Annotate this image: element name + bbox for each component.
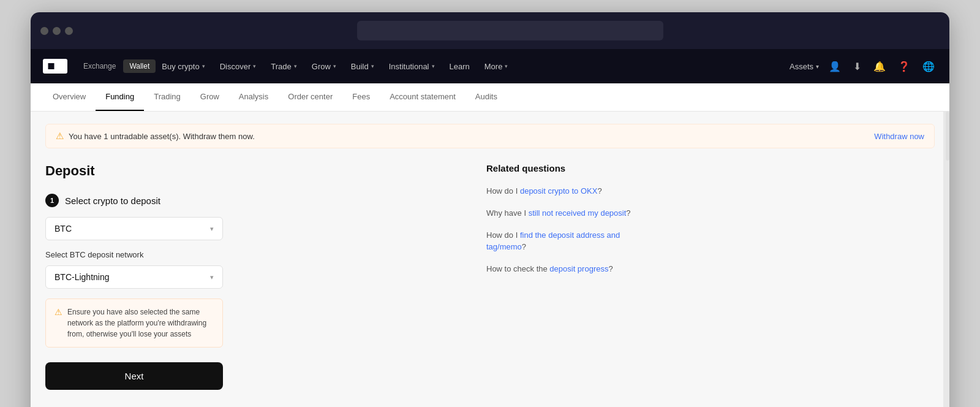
browser-dot-red bbox=[40, 27, 48, 35]
nav-institutional[interactable]: Institutional ▾ bbox=[383, 58, 441, 75]
svg-rect-2 bbox=[48, 63, 55, 69]
alert-message: ⚠ You have 1 untradable asset(s). Withdr… bbox=[56, 131, 255, 142]
scrollbar-thumb[interactable] bbox=[946, 112, 949, 161]
step1-section: 1 Select crypto to deposit BTC ▾ Select … bbox=[45, 194, 462, 405]
step1-badge: 1 bbox=[45, 194, 59, 207]
nav-trade[interactable]: Trade ▾ bbox=[265, 58, 303, 75]
next-button[interactable]: Next bbox=[45, 362, 223, 390]
related-item-3[interactable]: How do I find the deposit address and ta… bbox=[486, 230, 658, 252]
user-icon[interactable]: 👤 bbox=[826, 58, 843, 75]
download-icon[interactable]: ⬇ bbox=[851, 58, 864, 75]
scrollbar-track bbox=[943, 112, 949, 407]
network-warning: ⚠ Ensure you have also selected the same… bbox=[45, 299, 223, 348]
content-area: ⚠ You have 1 untradable asset(s). Withdr… bbox=[31, 112, 949, 407]
related-questions: Related questions How do I deposit crypt… bbox=[486, 163, 658, 407]
wallet-tab[interactable]: Wallet bbox=[123, 59, 156, 73]
help-icon[interactable]: ❓ bbox=[895, 58, 913, 75]
assets-button[interactable]: Assets ▾ bbox=[790, 62, 819, 71]
nav-build-chevron: ▾ bbox=[371, 63, 374, 69]
deposit-title: Deposit bbox=[45, 163, 462, 179]
exchange-tab[interactable]: Exchange bbox=[77, 59, 122, 73]
browser-chrome bbox=[31, 12, 949, 49]
network-select[interactable]: BTC-Lightning ▾ bbox=[45, 265, 223, 289]
address-bar[interactable] bbox=[357, 21, 663, 40]
sub-nav-account-statement[interactable]: Account statement bbox=[380, 83, 466, 111]
sub-nav-fees[interactable]: Fees bbox=[342, 83, 380, 111]
browser-window: Exchange Wallet Buy crypto ▾ Discover ▾ … bbox=[31, 12, 949, 407]
sub-nav-funding[interactable]: Funding bbox=[96, 83, 144, 111]
related-item-4[interactable]: How to check the deposit progress? bbox=[486, 264, 658, 275]
nav-build[interactable]: Build ▾ bbox=[345, 58, 380, 75]
exchange-wallet-toggle: Exchange Wallet bbox=[77, 59, 156, 73]
warning-icon: ⚠ bbox=[55, 307, 62, 340]
related-title: Related questions bbox=[486, 163, 658, 173]
browser-dot-yellow bbox=[53, 27, 61, 35]
nav-trade-chevron: ▾ bbox=[294, 63, 297, 69]
sub-nav: Overview Funding Trading Grow Analysis O… bbox=[31, 83, 949, 112]
assets-chevron: ▾ bbox=[816, 63, 819, 70]
nav-more[interactable]: More ▾ bbox=[478, 58, 514, 75]
step1-label: Select crypto to deposit bbox=[65, 196, 160, 206]
nav-institutional-chevron: ▾ bbox=[432, 63, 435, 69]
bell-icon[interactable]: 🔔 bbox=[871, 58, 888, 75]
sub-nav-audits[interactable]: Audits bbox=[466, 83, 507, 111]
sub-nav-order-center[interactable]: Order center bbox=[278, 83, 342, 111]
network-label: Select BTC deposit network bbox=[45, 250, 462, 259]
step1-header: 1 Select crypto to deposit bbox=[45, 194, 462, 207]
nav-grow[interactable]: Grow ▾ bbox=[306, 58, 342, 75]
crypto-select[interactable]: BTC ▾ bbox=[45, 217, 223, 240]
page-wrapper: ⚠ You have 1 untradable asset(s). Withdr… bbox=[31, 112, 949, 407]
alert-bar: ⚠ You have 1 untradable asset(s). Withdr… bbox=[45, 124, 935, 148]
main-layout: Deposit 1 Select crypto to deposit BTC ▾ bbox=[45, 163, 935, 407]
deposit-section: Deposit 1 Select crypto to deposit BTC ▾ bbox=[45, 163, 462, 407]
sub-nav-overview[interactable]: Overview bbox=[43, 83, 96, 111]
sub-nav-trading[interactable]: Trading bbox=[144, 83, 190, 111]
alert-icon: ⚠ bbox=[56, 131, 64, 142]
network-select-chevron: ▾ bbox=[210, 273, 214, 281]
nav-right: Assets ▾ 👤 ⬇ 🔔 ❓ 🌐 bbox=[790, 58, 937, 75]
crypto-select-chevron: ▾ bbox=[210, 225, 214, 233]
nav-discover-chevron: ▾ bbox=[253, 63, 256, 69]
sub-nav-analysis[interactable]: Analysis bbox=[229, 83, 278, 111]
nav-logo bbox=[43, 59, 67, 74]
nav-learn[interactable]: Learn bbox=[443, 58, 476, 75]
nav-more-chevron: ▾ bbox=[505, 63, 508, 69]
related-item-1[interactable]: How do I deposit crypto to OKX? bbox=[486, 186, 658, 197]
nav-grow-chevron: ▾ bbox=[333, 63, 336, 69]
sub-nav-grow[interactable]: Grow bbox=[190, 83, 229, 111]
globe-icon[interactable]: 🌐 bbox=[920, 58, 937, 75]
related-item-2[interactable]: Why have I still not received my deposit… bbox=[486, 208, 658, 219]
browser-dots bbox=[40, 27, 73, 35]
nav-buy-crypto[interactable]: Buy crypto ▾ bbox=[156, 58, 211, 75]
browser-dot-green bbox=[65, 27, 73, 35]
nav-bar: Exchange Wallet Buy crypto ▾ Discover ▾ … bbox=[31, 49, 949, 83]
nav-items: Buy crypto ▾ Discover ▾ Trade ▾ Grow ▾ B… bbox=[156, 58, 790, 75]
nav-buy-crypto-chevron: ▾ bbox=[202, 63, 205, 69]
okx-logo bbox=[43, 59, 67, 74]
svg-rect-3 bbox=[60, 61, 66, 67]
nav-discover[interactable]: Discover ▾ bbox=[214, 58, 263, 75]
withdraw-now-link[interactable]: Withdraw now bbox=[874, 132, 924, 141]
